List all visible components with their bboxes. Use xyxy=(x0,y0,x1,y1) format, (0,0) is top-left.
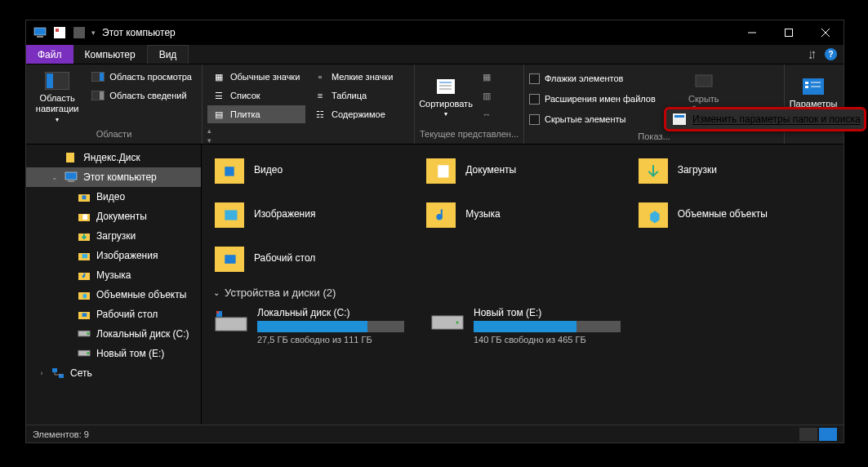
tree-item[interactable]: Видео xyxy=(26,187,201,207)
navigation-tree[interactable]: Яндекс.Диск⌄Этот компьютерВидеоДокументы… xyxy=(26,145,202,425)
svg-rect-22 xyxy=(805,86,808,88)
svg-rect-19 xyxy=(696,75,712,87)
tab-view[interactable]: Вид xyxy=(147,45,189,64)
main-area: Яндекс.Диск⌄Этот компьютерВидеоДокументы… xyxy=(26,145,844,425)
tree-item[interactable]: Музыка xyxy=(26,265,201,285)
addcolumns-button[interactable]: ▥ xyxy=(475,87,498,105)
folder-tile[interactable]: Рабочий стол xyxy=(210,238,414,278)
tree-item[interactable]: Документы xyxy=(26,207,201,226)
check-item-checkboxes[interactable]: Флажки элементов xyxy=(529,69,656,87)
details-pane-button[interactable]: Область сведений xyxy=(87,87,197,105)
check-hidden-items[interactable]: Скрытые элементы xyxy=(529,110,656,128)
tree-item-label: Яндекс.Диск xyxy=(83,152,140,163)
tree-item-label: Видео xyxy=(96,191,125,202)
svg-rect-26 xyxy=(68,180,74,182)
tree-item[interactable]: Изображения xyxy=(26,246,201,265)
tree-item[interactable]: ⌄Этот компьютер xyxy=(26,167,201,187)
preview-pane-icon xyxy=(91,71,105,82)
tree-item[interactable]: Объемные объекты xyxy=(26,285,201,305)
statusbar: Элементов: 9 xyxy=(26,425,844,443)
svg-rect-39 xyxy=(438,165,449,177)
titlebar-dropdown-icon[interactable]: ▾ xyxy=(91,29,96,37)
tab-file[interactable]: Файл xyxy=(26,45,73,64)
expand-icon[interactable]: › xyxy=(38,369,46,377)
folder-tile[interactable]: Изображения xyxy=(210,193,412,234)
folder-tile[interactable]: Загрузки xyxy=(634,149,835,190)
ribbon: Область навигации ▾ Область просмотра Об… xyxy=(26,64,844,145)
docs-icon xyxy=(77,210,91,223)
cdrive-icon xyxy=(213,307,249,338)
quickaccess-icon[interactable] xyxy=(72,26,87,39)
maximize-button[interactable] xyxy=(770,20,807,45)
tree-item-label: Объемные объекты xyxy=(96,289,186,300)
layout-details[interactable]: ≡Таблица xyxy=(309,87,405,105)
layout-icon: ▤ xyxy=(212,109,225,120)
preview-pane-button[interactable]: Область просмотра xyxy=(87,68,197,86)
group-currentview-label: Текущее представлен... xyxy=(415,129,523,144)
tree-item[interactable]: Загрузки xyxy=(26,226,201,246)
svg-point-47 xyxy=(456,322,459,324)
drive-tile[interactable]: Новый том (E:)140 ГБ свободно из 465 ГБ xyxy=(426,304,626,348)
layout-icon: ☷ xyxy=(314,109,327,120)
sort-icon xyxy=(433,76,459,97)
folders-section: ВидеоДокументыЗагрузкиИзображенияМузыкаО… xyxy=(210,149,835,278)
navigation-pane-button[interactable]: Область навигации ▾ xyxy=(31,68,83,126)
folder-tile[interactable]: Объемные объекты xyxy=(634,193,835,234)
drive-free-text: 27,5 ГБ свободно из 111 ГБ xyxy=(257,335,407,345)
tree-item-label: Сеть xyxy=(70,367,92,379)
layout-content[interactable]: ☷Содержимое xyxy=(309,105,405,123)
content-area[interactable]: ВидеоДокументыЗагрузкиИзображенияМузыкаО… xyxy=(202,145,844,425)
drives-section-header[interactable]: ⌄ Устройства и диски (2) xyxy=(213,287,835,299)
properties-icon[interactable] xyxy=(52,26,67,39)
svg-rect-6 xyxy=(785,29,792,37)
close-button[interactable] xyxy=(807,20,844,45)
3d-icon xyxy=(637,199,670,229)
view-tiles-btn[interactable] xyxy=(819,428,837,441)
navigation-pane-label: Область навигации xyxy=(31,93,83,113)
tree-item[interactable]: Локальный диск (C:) xyxy=(26,324,201,344)
tree-item[interactable]: Рабочий стол xyxy=(26,305,201,324)
options-dropdown-item[interactable]: Изменить параметры папок и поиска xyxy=(664,107,866,131)
groupby-button[interactable]: ▦ xyxy=(475,68,498,86)
scroll-up-icon[interactable]: ▴ xyxy=(207,127,211,135)
drive-free-text: 140 ГБ свободно из 465 ГБ xyxy=(474,335,623,345)
layout-small-icons[interactable]: ▫Мелкие значки xyxy=(309,68,405,86)
group-showhide-label: Показ... xyxy=(524,131,784,144)
help-icon[interactable]: ? xyxy=(825,48,837,60)
check-file-extensions[interactable]: Расширения имен файлов xyxy=(529,90,656,108)
navigation-pane-icon xyxy=(44,70,70,91)
tree-item[interactable]: Яндекс.Диск xyxy=(26,148,201,167)
sizecolumns-button[interactable]: ↔ xyxy=(475,105,498,123)
svg-rect-12 xyxy=(100,73,104,81)
layout-icon: ☰ xyxy=(212,90,225,101)
tree-item[interactable]: Новый том (E:) xyxy=(26,344,201,363)
drive-usage-bar xyxy=(257,321,404,332)
expand-icon[interactable]: ⌄ xyxy=(51,173,59,181)
view-details-btn[interactable] xyxy=(799,428,817,441)
checkbox-icon xyxy=(529,94,540,105)
svg-rect-42 xyxy=(225,255,235,264)
layout-medium-icons[interactable]: ▦Обычные значки xyxy=(207,68,305,86)
sort-button[interactable]: Сортировать ▾ xyxy=(420,68,472,126)
scroll-down-icon[interactable]: ▾ xyxy=(207,136,211,145)
layout-list[interactable]: ☰Список xyxy=(207,87,305,105)
titlebar-icons: ▾ xyxy=(26,26,96,39)
folder-tile[interactable]: Музыка xyxy=(421,193,623,234)
columns-icon: ▥ xyxy=(480,90,493,101)
tree-item[interactable]: ›Сеть xyxy=(26,363,201,383)
svg-rect-43 xyxy=(216,318,247,331)
svg-rect-4 xyxy=(73,27,85,38)
minimize-button[interactable] xyxy=(733,20,770,45)
video-icon xyxy=(77,190,91,203)
drive-icon xyxy=(77,327,91,340)
drive-tile[interactable]: Локальный диск (C:)27,5 ГБ свободно из 1… xyxy=(210,304,410,348)
layout-tiles[interactable]: ▤Плитка xyxy=(207,105,305,123)
status-text: Элементов: 9 xyxy=(33,429,89,439)
tab-computer[interactable]: Компьютер xyxy=(73,45,147,64)
minimize-ribbon-icon[interactable]: ⮃ xyxy=(808,50,817,60)
svg-rect-25 xyxy=(65,172,77,180)
yandex-icon xyxy=(64,151,78,164)
folder-tile[interactable]: Документы xyxy=(421,149,623,190)
folder-tile-label: Загрузки xyxy=(678,164,717,176)
folder-tile[interactable]: Видео xyxy=(210,149,412,190)
